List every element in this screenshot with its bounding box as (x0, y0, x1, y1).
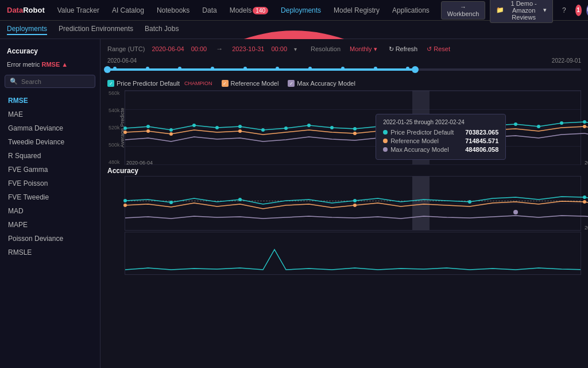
tooltip-row-2: Reference Model 714845.571 (383, 137, 498, 144)
chart1-svg: 2020-06-04 2022-09-22 (125, 91, 581, 164)
dot (146, 129, 150, 133)
chevron-down-icon: ▾ (374, 45, 377, 52)
dot (146, 125, 150, 128)
dot (123, 204, 127, 207)
dot (514, 122, 517, 126)
legend-check-purple: ✓ (288, 80, 295, 87)
chart2-purple-highlight-dot (513, 210, 518, 214)
dot (238, 198, 242, 201)
dot (583, 120, 586, 124)
timeline-track[interactable] (107, 68, 581, 71)
chart2-orange-line (125, 201, 588, 209)
chart3-teal-line (125, 250, 581, 270)
dot (169, 132, 173, 136)
legend-label-price-predictor: Price Predictor Default (117, 80, 180, 87)
tooltip-val-price-predictor: 703823.065 (465, 129, 498, 136)
chart2-end-label: 2022-09-22 (585, 225, 588, 231)
dot (169, 201, 173, 204)
legend-check-orange: ✓ (222, 80, 229, 87)
chart1-container: 560k 540k 520k 500k 480k Average Predict… (125, 90, 581, 165)
y-label-500k: 500k (109, 142, 120, 148)
dot (123, 199, 127, 202)
tooltip-name-price-predictor: Price Predictor Default (390, 129, 454, 136)
refresh-button[interactable]: ↻ Refresh (389, 45, 418, 53)
chart1-end-label: 2022-09-22 (585, 160, 588, 166)
chart3 (125, 232, 581, 275)
dot (169, 128, 173, 132)
chart3-svg (125, 232, 581, 274)
tooltip-title: 2022-01-25 through 2022-02-24 (383, 119, 498, 125)
chevron-down-icon[interactable]: ▾ (294, 46, 297, 52)
reset-button[interactable]: ↺ Reset (427, 45, 450, 53)
dot (123, 131, 127, 134)
tooltip-row-3: Max Accuracy Model 484806.058 (383, 146, 498, 153)
dot (583, 200, 586, 204)
legend-item-price-predictor[interactable]: ✓ Price Predictor Default CHAMPION (107, 80, 212, 87)
tooltip-dot-orange (383, 139, 388, 143)
y-label-560k: 560k (109, 90, 120, 96)
time-end[interactable]: 00:00 (272, 45, 288, 52)
dot (353, 132, 357, 135)
grid-line-5 (125, 164, 581, 165)
dot (307, 124, 311, 127)
dot (468, 200, 471, 204)
tooltip-val-max-accuracy: 484806.058 (465, 146, 498, 153)
chart1: 2020-06-04 2022-09-22 2022-01-25 through… (125, 90, 581, 165)
chart1-y-axis: 560k 540k 520k 500k 480k (109, 90, 120, 165)
dot (238, 129, 242, 133)
dot (123, 126, 127, 130)
dot (583, 195, 586, 199)
dot (353, 127, 357, 131)
chart2: 2022-09-22 (125, 176, 581, 231)
timeline-dates: 2020-06-04 2022-09-01 (107, 57, 581, 64)
chart3-container (125, 232, 581, 275)
tooltip-name-max-accuracy: Max Accuracy Model (390, 146, 448, 153)
arrow-icon: → (216, 45, 223, 53)
legend-label-max-accuracy: Max Accuracy Model (297, 80, 355, 87)
dot (261, 128, 265, 132)
timeline-end-date: 2022-09-01 (552, 57, 581, 64)
chart1-orange-line (125, 126, 588, 135)
controls-row: Range (UTC) 2020-06-04 00:00 → 2023-10-3… (100, 43, 588, 55)
range-end-date[interactable]: 2023-10-31 (232, 45, 264, 52)
timeline-container: 2020-06-04 2022-09-01 (100, 56, 588, 76)
timeline-start-date: 2020-06-04 (107, 57, 137, 64)
chart1-start-label: 2020-06-04 (126, 160, 153, 166)
y-label-480k: 480k (109, 159, 120, 165)
tooltip-row-1: Price Predictor Default 703823.065 (383, 129, 498, 136)
dot (284, 126, 288, 130)
chart2-container: 2022-09-22 (125, 176, 581, 231)
legend-check-teal: ✓ (107, 80, 114, 87)
dot (353, 204, 357, 207)
accuracy-section-header: Accuracy (100, 165, 588, 175)
chart1-purple-line (125, 133, 588, 141)
champion-badge: CHAMPION (184, 80, 212, 86)
logo[interactable]: DR DataRobot (7, 6, 45, 14)
dot (583, 125, 586, 128)
tooltip-val-reference-model: 714845.571 (465, 137, 498, 144)
time-start[interactable]: 00:00 (191, 45, 207, 52)
monthly-button[interactable]: Monthly ▾ (350, 45, 377, 53)
tooltip-dot-purple (383, 147, 388, 152)
dot (560, 121, 563, 125)
tooltip-name-reference-model: Reference Model (390, 137, 439, 144)
chart2-purple-line (125, 216, 588, 218)
y-label-520k: 520k (109, 125, 120, 131)
dot (537, 125, 540, 128)
tooltip: 2022-01-25 through 2022-02-24 Price Pred… (376, 114, 506, 160)
resolution-label: Resolution (311, 45, 341, 52)
dot (192, 124, 196, 127)
dot (353, 199, 357, 202)
top-navigation: DR DataRobot Value Tracker AI Catalog No… (0, 0, 588, 21)
dot (215, 126, 219, 129)
right-panel: Range (UTC) 2020-06-04 00:00 → 2023-10-3… (100, 39, 588, 368)
range-start-date[interactable]: 2020-06-04 (152, 45, 184, 52)
dot (330, 126, 334, 129)
dot (238, 125, 242, 128)
legend-item-max-accuracy[interactable]: ✓ Max Accuracy Model (288, 80, 355, 87)
legend-item-reference-model[interactable]: ✓ Reference Model (222, 80, 279, 87)
legend: ✓ Price Predictor Default CHAMPION ✓ Ref… (100, 78, 588, 89)
legend-label-reference-model: Reference Model (231, 80, 279, 87)
tooltip-dot-teal (383, 130, 388, 135)
range-label: Range (UTC) (107, 45, 145, 52)
